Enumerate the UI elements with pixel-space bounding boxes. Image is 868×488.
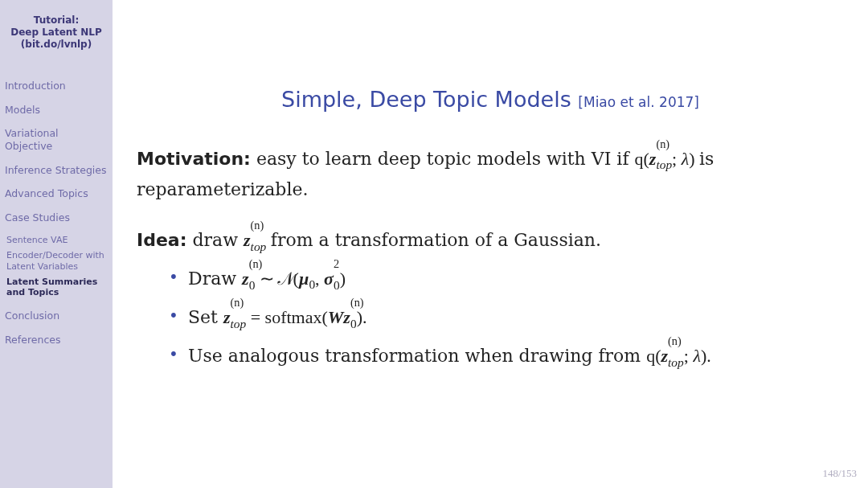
nav-conclusion-label: Conclusion — [5, 310, 59, 322]
nav-inf-label: Inference Strategies — [5, 164, 107, 176]
slide-content: Motivation: easy to learn deep topic mod… — [137, 145, 834, 372]
nav-sub-latent-summaries[interactable]: Latent Summaries and Topics — [6, 277, 108, 299]
idea-text-before: draw — [193, 230, 244, 250]
motivation-paragraph: Motivation: easy to learn deep topic mod… — [137, 145, 834, 203]
page-number-text: 148/153 — [822, 467, 857, 479]
nav-sub1-label: Sentence VAE — [6, 235, 68, 245]
nav-sub-encoder-decoder[interactable]: Encoder/Decoder with Latent Variables — [6, 250, 108, 273]
nav-sub3-label: Latent Summaries and Topics — [6, 277, 97, 298]
idea-text-after: from a transformation of a Gaussian. — [271, 230, 601, 250]
nav-sub2-label: Encoder/Decoder with Latent Variables — [6, 250, 104, 272]
nav-intro-label: Introduction — [5, 80, 66, 92]
slide: Tutorial: Deep Latent NLP (bit.do/lvnlp)… — [0, 0, 868, 488]
page-number: 148/153 — [822, 467, 857, 480]
nav-adv-label: Advanced Topics — [5, 187, 88, 199]
nav-vo-label: Variational Objective — [5, 127, 59, 152]
nav-refs-label: References — [5, 334, 60, 346]
bullet3-math: q(z(n)top; λ). — [646, 346, 711, 366]
slide-title: Simple, Deep Topic Models [Miao et al. 2… — [113, 87, 868, 112]
nav-references[interactable]: References — [5, 334, 108, 347]
nav-sidebar: Tutorial: Deep Latent NLP (bit.do/lvnlp)… — [0, 0, 113, 488]
bullet-set-ztop: Set z(n)top = softmax(Wz(n)0). — [169, 303, 834, 334]
slide-title-text: Simple, Deep Topic Models — [281, 87, 571, 112]
idea-paragraph: Idea: draw z(n)top from a transformation… — [137, 226, 834, 256]
motivation-text-before: easy to learn deep topic models with VI … — [256, 149, 635, 169]
nav-models-label: Models — [5, 104, 40, 116]
bullet2-math: z(n)top = softmax(Wz(n)0). — [223, 307, 367, 327]
bullet1-math: z(n)0 ∼ 𝒩(µ0, σ20) — [242, 269, 346, 289]
nav-models[interactable]: Models — [5, 104, 108, 117]
tutorial-title: Tutorial: Deep Latent NLP (bit.do/lvnlp) — [5, 14, 108, 51]
bullet-analogous-q: Use analogous transformation when drawin… — [169, 342, 834, 372]
motivation-q-expression: q(z(n)top; λ) — [635, 149, 700, 169]
bullet-draw-z0: Draw z(n)0 ∼ 𝒩(µ0, σ20) — [169, 265, 834, 295]
nav-case-studies[interactable]: Case Studies — [5, 211, 108, 224]
tutorial-title-line2: Deep Latent NLP — [10, 27, 102, 38]
nav-intro[interactable]: Introduction — [5, 80, 108, 92]
nav-sub-sentence-vae[interactable]: Sentence VAE — [6, 235, 108, 246]
idea-bullets: Draw z(n)0 ∼ 𝒩(µ0, σ20) Set z(n)top = so… — [137, 265, 834, 372]
tutorial-title-line1: Tutorial: — [34, 14, 79, 26]
nav-advanced-topics[interactable]: Advanced Topics — [5, 187, 108, 200]
idea-z-top: z(n)top — [244, 230, 271, 250]
tutorial-title-line3: (bit.do/lvnlp) — [21, 39, 92, 50]
nav-conclusion[interactable]: Conclusion — [5, 310, 108, 322]
nav-variational-objective[interactable]: Variational Objective — [5, 127, 108, 152]
nav-case-label: Case Studies — [5, 211, 70, 223]
motivation-label: Motivation: — [137, 149, 251, 169]
slide-body: Simple, Deep Topic Models [Miao et al. 2… — [113, 0, 868, 488]
nav-inference-strategies[interactable]: Inference Strategies — [5, 164, 108, 177]
idea-label: Idea: — [137, 230, 187, 250]
slide-title-citation: [Miao et al. 2017] — [578, 94, 699, 110]
